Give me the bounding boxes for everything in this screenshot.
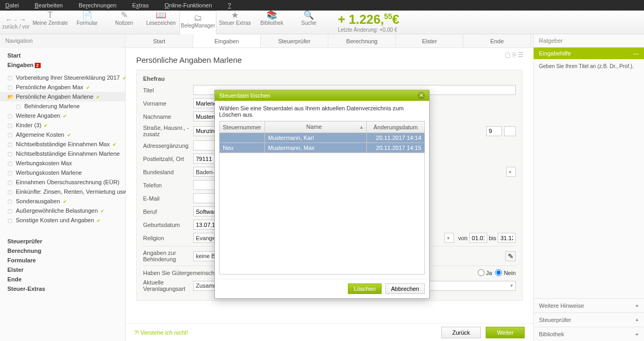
page-tool-icons[interactable]: ▢ ⎘ ☰ [505,51,524,59]
edit-icon[interactable]: ✎ [505,251,516,261]
bis-input[interactable] [498,233,516,243]
tab-ende[interactable]: Ende [463,34,531,48]
next-button[interactable]: Weiter [486,327,525,338]
nav-item[interactable]: 📂Persönliche Angaben Marlene ✔ [0,92,125,101]
nav-item[interactable]: ▢Persönliche Angaben Max ✔ [0,82,125,92]
accordion-weitere-hinweise[interactable]: Weitere Hinweise+ [534,298,644,312]
nav-header: Navigation [0,34,125,48]
nav-item[interactable]: ▢Behinderung Marlene [0,101,125,111]
bundesland-arrow[interactable]: ▾ [506,167,516,177]
toolbar-lesezeichen[interactable]: 📖Lesezeichen [143,11,179,34]
religion-arrow[interactable]: ▾ [444,233,454,243]
back-button[interactable]: Zurück [441,327,481,338]
nav-start[interactable]: Start [0,51,125,60]
navigation-panel: Navigation StartEingaben2 ▢Vorbereitung … [0,34,126,341]
help-link[interactable]: ?! Verstehe ich nicht! [134,329,188,336]
nav-item[interactable]: ▢Kinder (3) ✔ [0,120,125,130]
toolbar-bibliothek[interactable]: 📚Bibliothek [253,11,290,34]
tab-berechnung[interactable]: Berechnung [328,34,396,48]
nav-eingaben[interactable]: Eingaben2 [0,60,125,70]
toolbar-suche[interactable]: 🔍Suche [290,11,327,34]
menu-bearbeiten[interactable]: Bearbeiten [35,2,63,8]
toolbar: ← · → zurück / vor TMeine Zentrale📄Formu… [0,11,644,34]
nav-item[interactable]: ▢Werbungskosten Marlene [0,168,125,177]
accordion-bibliothek[interactable]: Bibliothek+ [534,327,644,341]
nav-item[interactable]: ▢Außergewöhnliche Belastungen ✔ [0,206,125,215]
nav-steuer-extras[interactable]: Steuer-Extras [0,284,125,293]
nav-elster[interactable]: Elster [0,265,125,274]
advisor-panel: Ratgeber Eingabehilfe— Geben Sie Ihren T… [533,34,644,341]
nav-item[interactable]: ▢Einnahmen Überschussrechnung (EÜR) [0,177,125,187]
menu-datei[interactable]: Datei [5,2,19,8]
nav-item[interactable]: ▢Weitere Angaben ✔ [0,111,125,120]
toolbar-meine-zentrale[interactable]: TMeine Zentrale [32,11,69,34]
nav-item[interactable]: ▢Nichtselbstständige Einnahmen Max ✔ [0,139,125,149]
table-row[interactable]: Mustermann, Karl20.11.2017 14:14 [220,133,425,143]
toolbar-belegmanager[interactable]: 🗂BelegManager [179,11,216,34]
nav-item[interactable]: ▢Vorbereitung Ihrer Steuererklärung 2017… [0,73,125,82]
ja-radio[interactable] [478,269,485,276]
page-title: Persönliche Angaben Marlene [136,55,523,64]
cancel-button[interactable]: Abbrechen [385,283,425,294]
tab-eingaben[interactable]: Eingaben [193,34,261,48]
eingabehilfe-header[interactable]: Eingabehilfe— [534,48,644,59]
nav-item[interactable]: ▢Werbungskosten Max [0,158,125,168]
amount-display: + 1.226,55€ Letzte Änderung: +0,00 € [338,12,399,33]
menu-help[interactable]: ? [228,2,231,8]
nav-item[interactable]: ▢Sonstige Kosten und Angaben ✔ [0,215,125,225]
nav-item[interactable]: ▢Nichtselbstständige Einnahmen Marlene [0,149,125,158]
toolbar-formular[interactable]: 📄Formular [69,11,106,34]
menu-online[interactable]: Online-Funktionen [165,2,212,8]
hausnr-input[interactable] [486,126,502,136]
menu-extras[interactable]: Extras [132,2,149,8]
nav-formulare[interactable]: Formulare [0,255,125,265]
file-table[interactable]: Steuernummer Name ▴ Änderungsdatum Muste… [219,121,425,153]
content-tabs: StartEingabenSteuerprüferBerechnungElste… [126,34,533,48]
menu-berechnungen[interactable]: Berechnungen [79,2,117,8]
nein-radio[interactable] [495,269,502,276]
menu-bar: Datei Bearbeiten Berechnungen Extras Onl… [0,0,644,11]
tab-start[interactable]: Start [126,34,193,48]
zusatz-input[interactable] [504,126,516,136]
toolbar-notizen[interactable]: ✎Notizen [106,11,143,34]
tab-elster[interactable]: Elster [396,34,463,48]
accordion-steuerprüfer[interactable]: Steuerprüfer+ [534,312,644,327]
table-row[interactable]: NeuMustermann, Max20.11.2017 14:15 [220,143,425,153]
delete-file-dialog: Steuerdatei löschen✕ Wählen Sie eine Ste… [214,90,430,299]
nav-ende[interactable]: Ende [0,274,125,284]
nav-item[interactable]: ▢Einkünfte: Zinsen, Renten, Vermietung u… [0,187,125,196]
nav-berechnung[interactable]: Berechnung [0,246,125,255]
tab-steuerprüfer[interactable]: Steuerprüfer [261,34,328,48]
nav-item[interactable]: ▢Sonderausgaben ✔ [0,196,125,206]
toolbar-steuer-extras[interactable]: ★Steuer Extras [216,11,253,34]
nav-item[interactable]: ▢Allgemeine Kosten ✔ [0,130,125,139]
close-icon[interactable]: ✕ [418,92,425,99]
nav-steuerprüfer[interactable]: Steuerprüfer [0,236,125,246]
delete-button[interactable]: Löschen [348,283,382,294]
dialog-message: Wählen Sie eine Steuerdatei aus Ihrem ak… [219,105,425,118]
nav-back-forward[interactable]: ← · → zurück / vor [0,15,32,30]
von-input[interactable] [469,233,487,243]
dialog-title: Steuerdatei löschen [219,92,270,99]
